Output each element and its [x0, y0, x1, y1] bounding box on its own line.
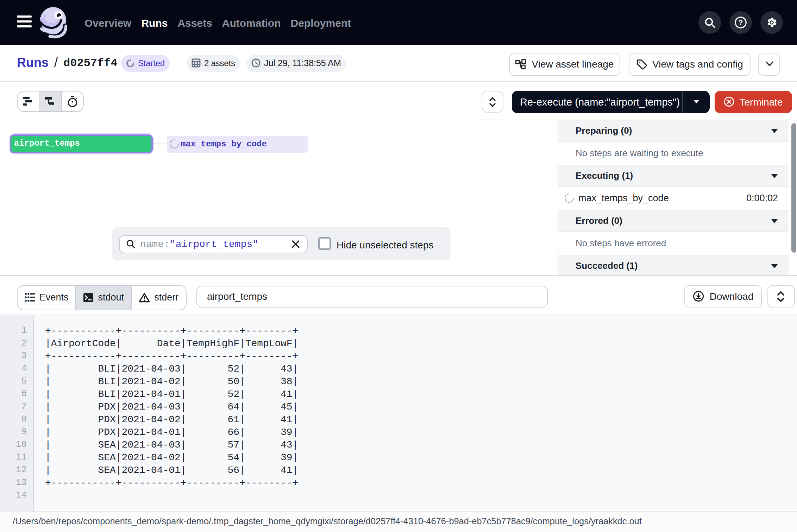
svg-text:?: ? [739, 18, 743, 26]
